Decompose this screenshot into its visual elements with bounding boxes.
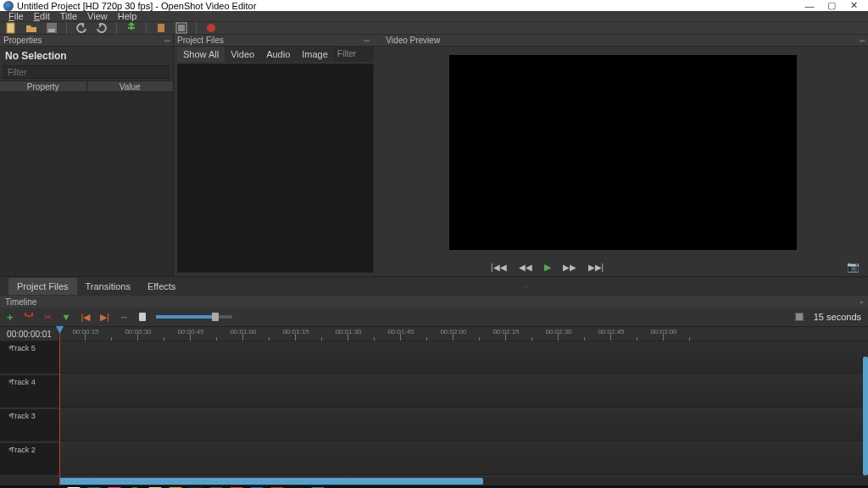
menu-help[interactable]: Help	[113, 11, 142, 21]
zoom-label: 15 seconds	[814, 312, 861, 322]
razor-icon[interactable]: ✂	[44, 312, 52, 323]
tab-audio[interactable]: Audio	[260, 47, 296, 62]
rewind-icon[interactable]: ◀◀	[519, 263, 532, 272]
zoom-checkbox[interactable]	[795, 313, 804, 321]
open-project-icon[interactable]	[25, 22, 37, 34]
tab-image[interactable]: Image	[296, 47, 334, 62]
undo-icon[interactable]	[75, 22, 87, 34]
no-selection-label: No Selection	[0, 47, 173, 65]
lower-tabs: Project Files Transitions Effects ⋯	[0, 277, 868, 296]
playhead[interactable]	[59, 326, 60, 485]
window-title: Untitled Project [HD 720p 30 fps] - Open…	[17, 1, 256, 11]
close-button[interactable]: ✕	[843, 0, 865, 11]
svg-point-6	[207, 24, 215, 32]
track-lane[interactable]	[59, 375, 868, 407]
timeline-body: 00:00:00:01 00:00:1500:00:3000:00:4500:0…	[0, 326, 868, 485]
menu-title[interactable]: Title	[55, 11, 82, 21]
new-project-icon[interactable]	[5, 22, 17, 34]
center-playhead-icon[interactable]: ↔	[120, 312, 129, 322]
track-row[interactable]: ▾Track 2	[0, 443, 868, 475]
project-files-header: Project Files	[177, 36, 224, 45]
menu-file[interactable]: File	[3, 11, 29, 21]
prev-marker-icon[interactable]: |◀	[81, 312, 90, 323]
svg-rect-0	[7, 23, 14, 33]
jump-end-icon[interactable]: ▶▶|	[588, 263, 604, 272]
preview-screen[interactable]	[449, 55, 797, 250]
zoom-slider[interactable]	[156, 315, 232, 319]
play-icon[interactable]: ▶	[544, 262, 551, 273]
project-files-panel: Show All Video Audio Image Filter	[174, 47, 377, 276]
tab-effects[interactable]: Effects	[139, 278, 184, 295]
vertical-scrollbar[interactable]	[863, 357, 868, 475]
svg-rect-3	[158, 24, 164, 32]
add-marker-icon[interactable]: ▼	[62, 312, 71, 322]
tab-project-files[interactable]: Project Files	[8, 278, 77, 295]
tab-transitions[interactable]: Transitions	[77, 278, 139, 295]
save-project-icon[interactable]	[46, 22, 58, 34]
svg-rect-2	[48, 29, 55, 32]
app-logo-icon	[3, 1, 14, 11]
fullscreen-icon[interactable]	[175, 22, 187, 34]
track-label[interactable]: ▾Track 5	[0, 341, 59, 373]
timeline-toolbar: + ✂ ▼ |◀ ▶| ↔ 15 seconds	[0, 308, 868, 326]
svg-rect-5	[178, 25, 185, 31]
menu-bar: File Edit Title View Help	[0, 11, 868, 21]
profile-icon[interactable]	[155, 22, 167, 34]
next-marker-icon[interactable]: ▶|	[100, 312, 109, 323]
track-row[interactable]: ▾Track 4	[0, 375, 868, 408]
redo-icon[interactable]	[96, 22, 108, 34]
panel-controls-icon[interactable]: ▫▫▫	[164, 36, 170, 45]
track-label[interactable]: ▾Track 4	[0, 375, 59, 407]
properties-panel: Properties ▫▫▫ No Selection Property Val…	[0, 35, 174, 276]
minimize-button[interactable]: —	[798, 1, 821, 11]
jump-start-icon[interactable]: |◀◀	[491, 263, 507, 272]
snap-icon[interactable]	[24, 311, 34, 323]
horizontal-scrollbar[interactable]	[0, 477, 868, 485]
track-lane[interactable]	[59, 443, 868, 474]
video-preview-panel: |◀◀ ◀◀ ▶ ▶▶ ▶▶| 📷	[377, 47, 868, 276]
snapshot-icon[interactable]: 📷	[847, 261, 860, 273]
ruler[interactable]: 00:00:1500:00:3000:00:4500:01:0000:01:15…	[59, 327, 868, 341]
panel-controls-icon[interactable]: ▫▫▫	[859, 36, 865, 45]
track-row[interactable]: ▾Track 3	[0, 409, 868, 441]
window-titlebar: Untitled Project [HD 720p 30 fps] - Open…	[0, 0, 868, 11]
menu-view[interactable]: View	[82, 11, 113, 21]
track-lane[interactable]	[59, 341, 868, 373]
import-files-icon[interactable]	[125, 22, 137, 34]
main-toolbar	[0, 21, 868, 35]
drag-handle-icon[interactable]: ⋯	[184, 283, 868, 291]
export-icon[interactable]	[205, 22, 217, 34]
panel-controls-icon[interactable]: ▫	[860, 297, 863, 307]
properties-body	[0, 92, 173, 276]
tab-show-all[interactable]: Show All	[177, 47, 225, 62]
maximize-button[interactable]: ▢	[821, 0, 843, 11]
properties-header: Properties	[3, 36, 42, 45]
properties-filter-input[interactable]	[3, 65, 170, 79]
forward-icon[interactable]: ▶▶	[563, 263, 576, 272]
video-preview-header: Video Preview	[386, 36, 440, 45]
panel-controls-icon[interactable]: ▫▫▫	[364, 36, 370, 45]
column-value[interactable]: Value	[87, 81, 174, 92]
track-label[interactable]: ▾Track 3	[0, 409, 59, 441]
column-property[interactable]: Property	[0, 81, 87, 92]
project-files-area[interactable]	[177, 64, 374, 273]
project-files-filter[interactable]: Filter	[334, 47, 374, 62]
track-label[interactable]: ▾Track 2	[0, 443, 59, 474]
add-track-icon[interactable]: +	[7, 311, 14, 324]
tracks-area[interactable]: ▾Track 5▾Track 4▾Track 3▾Track 2	[0, 341, 868, 477]
zoom-knob-left[interactable]	[139, 313, 146, 321]
menu-edit[interactable]: Edit	[29, 11, 55, 21]
tab-video[interactable]: Video	[225, 47, 260, 62]
track-row[interactable]: ▾Track 5	[0, 341, 868, 374]
track-lane[interactable]	[59, 409, 868, 441]
timecode[interactable]: 00:00:00:01	[0, 327, 59, 341]
timeline-header: Timeline	[5, 297, 36, 307]
